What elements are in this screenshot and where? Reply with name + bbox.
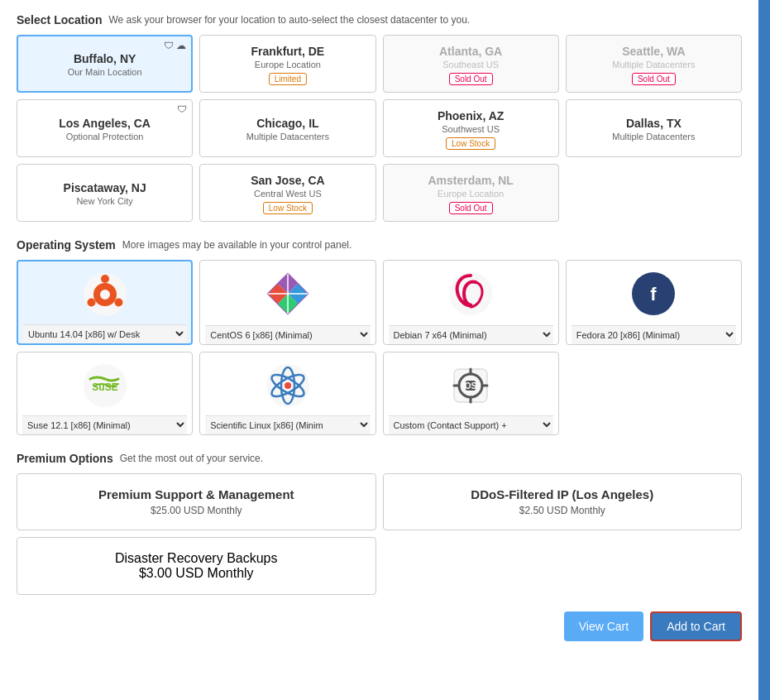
custom-icon: OS bbox=[446, 361, 495, 410]
debian-select[interactable]: Debian 7 x64 (Minimal) bbox=[389, 325, 553, 344]
premium-backups-title: Disaster Recovery Backups bbox=[27, 551, 366, 566]
premium-support-price: $25.00 USD Monthly bbox=[27, 505, 366, 516]
seattle-badge: Sold Out bbox=[632, 73, 676, 85]
piscataway-sub: New York City bbox=[76, 196, 132, 206]
location-seattle[interactable]: Seattle, WA Multiple Datacenters Sold Ou… bbox=[566, 35, 742, 93]
frankfurt-badge: Limited bbox=[269, 73, 307, 85]
premium-backups[interactable]: Disaster Recovery Backups $3.00 USD Mont… bbox=[17, 537, 376, 595]
debian-icon bbox=[446, 269, 495, 319]
suse-icon: SuSE bbox=[80, 361, 130, 410]
chicago-name: Chicago, IL bbox=[256, 117, 318, 130]
os-title: Operating System bbox=[17, 238, 116, 252]
premium-grid: Premium Support & Management $25.00 USD … bbox=[17, 473, 742, 530]
phoenix-badge: Low Stock bbox=[446, 137, 495, 150]
dallas-sub: Multiple Datacenters bbox=[612, 132, 695, 141]
fedora-icon: f bbox=[629, 269, 678, 319]
select-location-title: Select Location bbox=[17, 13, 102, 26]
main-content: Select Location We ask your browser for … bbox=[0, 0, 758, 700]
scientific-icon bbox=[263, 361, 313, 410]
location-atlanta[interactable]: Atlanta, GA Southeast US Sold Out bbox=[383, 35, 559, 93]
location-buffalo[interactable]: 🛡 ☁ Buffalo, NY Our Main Location bbox=[17, 35, 193, 93]
view-cart-button[interactable]: View Cart bbox=[564, 611, 643, 641]
atlanta-name: Atlanta, GA bbox=[439, 45, 502, 58]
buffalo-sub: Our Main Location bbox=[68, 67, 142, 77]
amsterdam-name: Amsterdam, NL bbox=[428, 174, 513, 187]
location-piscataway[interactable]: Piscataway, NJ New York City bbox=[17, 164, 193, 222]
location-frankfurt[interactable]: Frankfurt, DE Europe Location Limited bbox=[199, 35, 375, 93]
buffalo-name: Buffalo, NY bbox=[74, 52, 136, 65]
location-sanjose[interactable]: San Jose, CA Central West US Low Stock bbox=[199, 164, 375, 222]
os-sub: More images may be available in your con… bbox=[122, 239, 352, 251]
os-custom[interactable]: OS Custom (Contact Support) + bbox=[383, 352, 559, 435]
os-empty bbox=[566, 352, 742, 435]
backup-icon: ☁ bbox=[176, 40, 186, 51]
seattle-sub: Multiple Datacenters bbox=[612, 60, 695, 70]
location-dallas[interactable]: Dallas, TX Multiple Datacenters bbox=[566, 99, 742, 157]
scientific-select[interactable]: Scientific Linux [x86] (Minim bbox=[205, 415, 370, 434]
select-location-sub: We ask your browser for your location to… bbox=[108, 14, 470, 26]
seattle-name: Seattle, WA bbox=[622, 45, 685, 58]
custom-select[interactable]: Custom (Contact Support) + bbox=[389, 415, 553, 434]
suse-select[interactable]: Suse 12.1 [x86] (Minimal) bbox=[22, 415, 187, 434]
os-centos[interactable]: CentOS 6 [x86] (Minimal) bbox=[199, 260, 375, 345]
svg-text:SuSE: SuSE bbox=[92, 381, 117, 393]
sanjose-badge: Low Stock bbox=[263, 202, 313, 214]
atlanta-sub: Southeast US bbox=[442, 60, 499, 70]
premium-single-row: Disaster Recovery Backups $3.00 USD Mont… bbox=[17, 537, 742, 595]
scrollbar[interactable] bbox=[758, 0, 770, 700]
page-wrapper: Select Location We ask your browser for … bbox=[0, 0, 770, 700]
la-name: Los Angeles, CA bbox=[59, 117, 151, 130]
svg-text:OS: OS bbox=[465, 381, 477, 391]
location-grid: 🛡 ☁ Buffalo, NY Our Main Location Frankf… bbox=[17, 35, 742, 222]
premium-options-title: Premium Options bbox=[17, 452, 113, 465]
os-header: Operating System More images may be avai… bbox=[17, 238, 742, 252]
centos-icon bbox=[263, 269, 313, 319]
os-grid: Ubuntu 14.04 [x86] w/ Desk bbox=[17, 260, 742, 435]
phoenix-sub: Southwest US bbox=[442, 124, 500, 134]
os-fedora[interactable]: f Fedora 20 [x86] (Minimal) bbox=[566, 260, 742, 345]
premium-backups-price: $3.00 USD Monthly bbox=[27, 566, 366, 581]
premium-ddos-price: $2.50 USD Monthly bbox=[394, 505, 732, 516]
svg-point-3 bbox=[87, 299, 95, 307]
premium-support-title: Premium Support & Management bbox=[27, 487, 366, 501]
svg-point-14 bbox=[449, 272, 492, 315]
atlanta-badge: Sold Out bbox=[449, 73, 493, 85]
location-amsterdam[interactable]: Amsterdam, NL Europe Location Sold Out bbox=[383, 164, 559, 222]
os-debian[interactable]: Debian 7 x64 (Minimal) bbox=[383, 260, 559, 345]
svg-point-23 bbox=[285, 382, 291, 389]
piscataway-name: Piscataway, NJ bbox=[64, 181, 146, 194]
ubuntu-select[interactable]: Ubuntu 14.04 [x86] w/ Desk bbox=[23, 324, 186, 343]
shield-icon: 🛡 bbox=[164, 40, 174, 51]
centos-select[interactable]: CentOS 6 [x86] (Minimal) bbox=[205, 325, 370, 344]
buffalo-icons: 🛡 ☁ bbox=[164, 40, 186, 51]
os-ubuntu[interactable]: Ubuntu 14.04 [x86] w/ Desk bbox=[17, 260, 193, 345]
location-losangeles[interactable]: 🛡 Los Angeles, CA Optional Protection bbox=[17, 99, 193, 157]
premium-options-sub: Get the most out of your service. bbox=[120, 453, 263, 464]
os-suse[interactable]: SuSE Suse 12.1 [x86] (Minimal) bbox=[17, 352, 193, 435]
phoenix-name: Phoenix, AZ bbox=[438, 109, 504, 122]
chicago-sub: Multiple Datacenters bbox=[246, 132, 329, 141]
location-chicago[interactable]: Chicago, IL Multiple Datacenters bbox=[199, 99, 375, 157]
svg-point-4 bbox=[114, 299, 122, 307]
os-scientific[interactable]: Scientific Linux [x86] (Minim bbox=[199, 352, 375, 435]
location-empty bbox=[566, 164, 742, 222]
sanjose-name: San Jose, CA bbox=[251, 174, 324, 187]
add-to-cart-button[interactable]: Add to Cart bbox=[650, 611, 742, 641]
frankfurt-sub: Europe Location bbox=[255, 60, 321, 70]
premium-options-header: Premium Options Get the most out of your… bbox=[17, 452, 742, 465]
svg-point-2 bbox=[101, 275, 109, 283]
ubuntu-icon bbox=[80, 270, 130, 319]
fedora-select[interactable]: Fedora 20 [x86] (Minimal) bbox=[572, 325, 736, 344]
amsterdam-sub: Europe Location bbox=[438, 189, 504, 199]
la-icons: 🛡 bbox=[177, 103, 187, 115]
sanjose-sub: Central West US bbox=[254, 189, 322, 199]
location-phoenix[interactable]: Phoenix, AZ Southwest US Low Stock bbox=[383, 99, 559, 157]
select-location-header: Select Location We ask your browser for … bbox=[17, 13, 742, 26]
dallas-name: Dallas, TX bbox=[626, 117, 682, 130]
buttons-row: View Cart Add to Cart bbox=[17, 611, 742, 641]
la-sub: Optional Protection bbox=[66, 132, 144, 141]
premium-ddos[interactable]: DDoS-Filtered IP (Los Angeles) $2.50 USD… bbox=[383, 473, 743, 530]
la-shield-icon: 🛡 bbox=[177, 103, 187, 115]
frankfurt-name: Frankfurt, DE bbox=[251, 45, 325, 58]
premium-support[interactable]: Premium Support & Management $25.00 USD … bbox=[17, 473, 376, 530]
